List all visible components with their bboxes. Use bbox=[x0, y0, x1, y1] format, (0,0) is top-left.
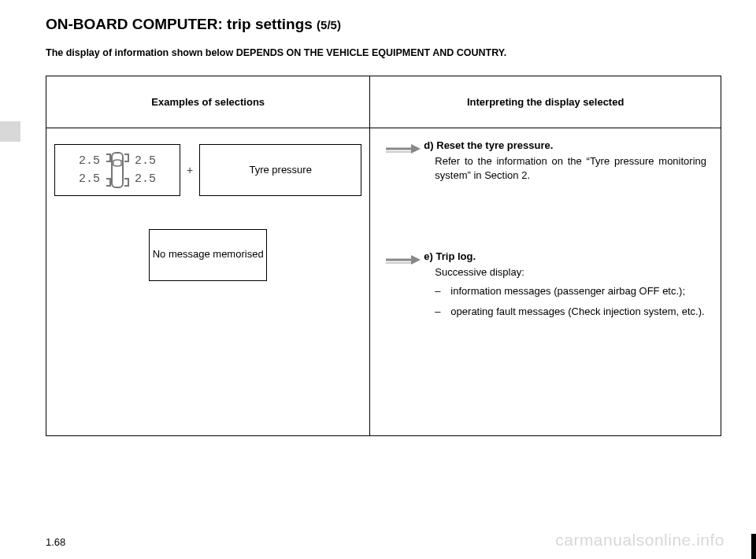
plus-symbol: + bbox=[185, 164, 195, 176]
arrow-icon bbox=[384, 250, 424, 268]
tyre-rl: 2.5 bbox=[79, 172, 100, 186]
title-main: ON-BOARD COMPUTER: trip settings bbox=[46, 16, 313, 32]
tyre-rr: 2.5 bbox=[135, 172, 156, 186]
table-header-left: Examples of selections bbox=[46, 76, 370, 128]
tyre-pressure-row: 2.5 2.5 2.5 2.5 bbox=[54, 144, 361, 196]
examples-cell: 2.5 2.5 2.5 2.5 bbox=[46, 128, 370, 435]
tyre-fr: 2.5 bbox=[135, 154, 156, 168]
page-number: 1.68 bbox=[46, 536, 65, 548]
list-item: information messages (passenger airbag O… bbox=[435, 284, 706, 298]
tyre-right-values: 2.5 2.5 bbox=[135, 154, 156, 186]
tyre-pressure-label: Tyre pressure bbox=[249, 164, 311, 176]
tyre-pressure-display: 2.5 2.5 2.5 2.5 bbox=[54, 144, 180, 196]
content-table: Examples of selections Interpreting the … bbox=[46, 76, 721, 436]
item-d-heading: d) Reset the tyre pressure. bbox=[424, 139, 706, 151]
car-top-icon bbox=[103, 150, 132, 191]
list-item: operating fault messages (Check injectio… bbox=[435, 305, 706, 319]
item-e-list: information messages (passenger airbag O… bbox=[424, 284, 706, 319]
page-subtitle: The display of information shown below D… bbox=[46, 47, 721, 58]
item-e-heading: e) Trip log. bbox=[424, 250, 706, 262]
no-message-box: No message memorised bbox=[149, 229, 267, 281]
tyre-left-values: 2.5 2.5 bbox=[79, 154, 100, 186]
crop-mark bbox=[751, 534, 756, 559]
item-d: d) Reset the tyre pressure. Refer to the… bbox=[384, 139, 706, 183]
interpretation-cell: d) Reset the tyre pressure. Refer to the… bbox=[370, 128, 721, 435]
tyre-fl: 2.5 bbox=[79, 154, 100, 168]
item-e-sub: Successive display: bbox=[435, 265, 706, 280]
tyre-pressure-label-box: Tyre pressure bbox=[199, 144, 361, 196]
no-message-text: No message memorised bbox=[153, 248, 264, 261]
watermark: carmanualsonline.info bbox=[555, 531, 724, 550]
arrow-icon bbox=[384, 139, 424, 157]
svg-rect-0 bbox=[112, 153, 123, 187]
item-e: e) Trip log. Successive display: informa… bbox=[384, 250, 706, 326]
title-part: (5/5) bbox=[317, 18, 341, 31]
item-d-body: Refer to the information on the “Tyre pr… bbox=[435, 154, 706, 183]
page-title: ON-BOARD COMPUTER: trip settings (5/5) bbox=[46, 16, 721, 33]
side-tab bbox=[0, 121, 20, 142]
table-header-right: Interpreting the display selected bbox=[370, 76, 721, 128]
